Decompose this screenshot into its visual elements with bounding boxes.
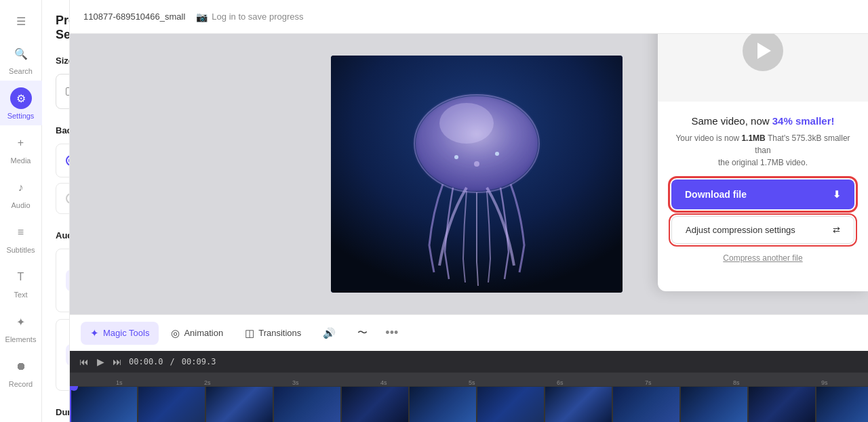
wave-icon: 〜 <box>357 326 368 339</box>
sidebar-item-record[interactable]: ⏺ Record <box>0 349 42 394</box>
sidebar-label-record: Record <box>9 380 33 388</box>
record-icon: ⏺ <box>10 356 32 377</box>
save-progress-label: Log in to save progress <box>212 12 303 22</box>
media-icon: + <box>10 132 32 154</box>
frame-7 <box>477 386 545 422</box>
tick-5s: 5s <box>469 379 475 386</box>
play-triangle-icon <box>757 43 771 59</box>
tick-7s: 7s <box>645 379 652 386</box>
frame-9 <box>612 386 680 422</box>
sidebar-item-subtitles[interactable]: ≡ Subtitles <box>0 215 42 259</box>
search-icon: 🔍 <box>10 43 32 64</box>
tick-9s: 9s <box>821 379 828 386</box>
magic-tools-btn[interactable]: ✦ Magic Tools <box>81 322 159 345</box>
frame-5 <box>341 386 409 422</box>
sidebar-item-audio[interactable]: ♪ Audio <box>0 170 42 215</box>
animation-label: Animation <box>184 328 223 338</box>
bg-color-option[interactable]: Color #000000 <box>56 144 70 177</box>
frame-1 <box>70 386 138 422</box>
svg-point-2 <box>439 103 494 144</box>
svg-point-5 <box>474 161 479 167</box>
tick-4s: 4s <box>380 379 387 386</box>
audio-icon: ♪ <box>10 177 32 198</box>
menu-icon[interactable]: ☰ <box>0 7 42 36</box>
animation-icon: ◎ <box>171 327 180 339</box>
settings-panel: Project Settings Size Original (16:9) ▾ … <box>42 0 70 422</box>
tick-8s: 8s <box>733 379 740 386</box>
volume-icon: 🔊 <box>323 327 336 339</box>
sidebar-label-search: Search <box>9 67 33 75</box>
timeline-ruler: 1s 2s 3s 4s 5s 6s 7s 8s 9s <box>70 373 868 386</box>
popup-info: Same video, now 34% smaller! Your video … <box>658 102 868 180</box>
transitions-label: Transitions <box>258 328 301 338</box>
audio-volume-btn[interactable]: 🔊 <box>313 322 345 345</box>
filename: 110877-689510466_small <box>83 12 185 22</box>
sidebar-label-media: Media <box>11 156 31 165</box>
download-label: Download file <box>685 189 747 200</box>
sidebar-item-media[interactable]: + Media <box>0 125 42 170</box>
clean-audio-item[interactable]: ✦ Clean Audio Remove background noise ⚡ <box>56 249 70 312</box>
tick-3s: 3s <box>292 379 299 386</box>
time-current: 00:00.0 <box>129 357 163 366</box>
sidebar-label-text: Text <box>14 291 27 299</box>
play-btn[interactable]: ▶ <box>96 355 106 368</box>
animation-btn[interactable]: ◎ Animation <box>161 322 233 345</box>
video-frame <box>331 56 623 293</box>
audio-wave-btn[interactable]: 〜 <box>348 321 377 345</box>
tick-1s: 1s <box>116 379 123 386</box>
adjust-icon: ⇄ <box>833 225 840 235</box>
download-file-btn[interactable]: Download file ⬇ <box>671 180 854 209</box>
download-icon: ⬇ <box>833 189 841 200</box>
frame-4 <box>273 386 341 422</box>
svg-point-3 <box>454 155 458 159</box>
compress-another-link[interactable]: Compress another file <box>723 253 802 263</box>
app-container: ☰ 🔍 Search ⚙ Settings + Media ♪ Audio ≡ … <box>0 0 868 422</box>
frame-6 <box>409 386 477 422</box>
popup-play-btn[interactable] <box>743 30 783 71</box>
more-options-btn[interactable]: ••• <box>380 323 403 343</box>
tick-2s: 2s <box>204 379 211 386</box>
text-icon: T <box>10 266 32 288</box>
popup-headline-text: Same video, now <box>692 115 770 127</box>
sidebar-item-search[interactable]: 🔍 Search <box>0 36 42 81</box>
translate-voice-item[interactable]: ⇄ Translate voice Add voice translations… <box>56 319 70 391</box>
settings-icon: ⚙ <box>10 87 32 109</box>
timeline-track[interactable] <box>70 386 868 422</box>
sidebar: ☰ 🔍 Search ⚙ Settings + Media ♪ Audio ≡ … <box>0 0 42 422</box>
sidebar-label-audio: Audio <box>11 201 30 209</box>
popup-headline: Same video, now 34% smaller! <box>671 115 854 127</box>
transitions-btn[interactable]: ◫ Transitions <box>235 322 311 345</box>
timeline-area: ⏮ ▶ ⏭ 00:00.0 / 00:09.3 1s 2s 3s 4s 5s 6… <box>70 351 868 422</box>
top-bar: 110877-689510466_small 📷 Log in to save … <box>70 0 868 34</box>
adjust-compression-btn[interactable]: Adjust compression settings ⇄ <box>671 216 854 244</box>
save-progress-btn[interactable]: 📷 Log in to save progress <box>196 12 303 22</box>
frame-3 <box>205 386 273 422</box>
svg-point-4 <box>495 152 499 156</box>
compression-popup: ✕ Same video, now 34% smaller! Your vide… <box>658 0 868 291</box>
sidebar-item-elements[interactable]: ✦ Elements <box>0 304 42 349</box>
popup-sub: Your video is now 1.1MB That's 575.3kB s… <box>671 132 854 169</box>
elements-icon: ✦ <box>10 311 32 333</box>
subtitles-icon: ≡ <box>10 221 32 243</box>
adjust-label: Adjust compression settings <box>686 225 795 235</box>
rewind-btn[interactable]: ⏮ <box>78 355 90 368</box>
sidebar-label-elements: Elements <box>5 335 37 343</box>
video-preview: ↻ <box>331 56 623 293</box>
bg-image-option[interactable]: Image Upload ↑ <box>56 183 70 214</box>
size-dropdown[interactable]: Original (16:9) ▾ <box>56 74 70 109</box>
timeline-marker <box>70 386 71 422</box>
transitions-icon: ◫ <box>245 327 254 339</box>
sidebar-item-text[interactable]: T Text <box>0 259 42 304</box>
bottom-toolbar: ✦ Magic Tools ◎ Animation ◫ Transitions … <box>70 314 868 351</box>
fast-forward-btn[interactable]: ⏭ <box>111 355 123 368</box>
time-separator: / <box>170 357 175 366</box>
popup-percent: 34% smaller! <box>772 115 835 127</box>
frame-12 <box>816 386 868 422</box>
sidebar-item-settings[interactable]: ⚙ Settings <box>0 81 42 125</box>
timeline-controls: ⏮ ▶ ⏭ 00:00.0 / 00:09.3 <box>70 351 868 373</box>
frame-8 <box>545 386 612 422</box>
frame-2 <box>138 386 205 422</box>
sidebar-label-settings: Settings <box>7 112 35 120</box>
frame-11 <box>748 386 816 422</box>
new-size-value: 1.1MB <box>741 133 765 143</box>
